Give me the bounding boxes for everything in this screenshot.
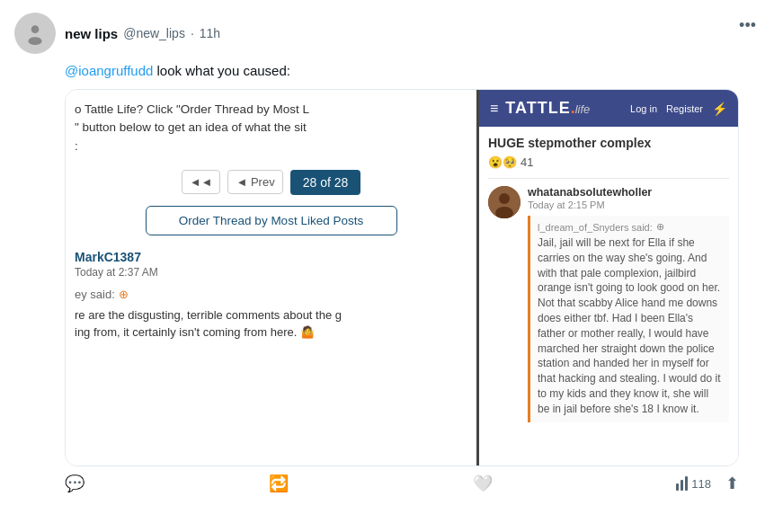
tattle-arrow-icon[interactable]: ⚡ [712,102,727,116]
like-action[interactable]: 🤍 [473,474,493,493]
skip-first-button[interactable]: ◄◄ [182,170,221,194]
stats-action[interactable]: 118 [676,476,711,491]
share-action[interactable]: ⬆ [725,474,739,493]
tweet-body-text: look what you caused: [153,63,290,78]
reaction-count: 41 [520,155,533,169]
comment-icon: 💬 [65,474,85,493]
mention-link[interactable]: @ioangruffudd [65,63,153,78]
tattle-header: ≡ TATTLE.life Log in Register ⚡ [479,90,738,127]
tattle-body: HUGE stepmother complex 😮🥺 41 [479,127,738,466]
login-button[interactable]: Log in [630,103,657,114]
tweet-header: new lips @new_lips · 11h ••• [14,13,760,54]
forum-post-text: re are the disgusting, terrible comments… [75,306,467,341]
bar-chart-icon [676,476,688,491]
order-thread-button[interactable]: Order Thread by Most Liked Posts [146,206,397,235]
tattle-panel-right: ≡ TATTLE.life Log in Register ⚡ HUGE ste… [479,90,738,466]
tattle-comment: whatanabsolutewholler Today at 2:15 PM l… [488,186,729,428]
user-info: new lips @new_lips · 11h [65,26,220,41]
pagination-row: ◄◄ ◄ Prev 28 of 28 [75,170,467,195]
tattle-nav-right: Log in Register ⚡ [630,102,727,116]
quote-block: l_dream_of_Snyders said: ⊕ Jail, jail wi… [528,216,729,422]
quote-icon: ⊕ [656,221,664,233]
quote-text: Jail, jail will be next for Ella if she … [538,235,722,417]
commenter-avatar-icon [488,186,520,218]
dot: · [191,26,194,40]
retweet-icon: 🔁 [269,474,289,493]
forum-username: MarkC1387 [75,250,467,264]
commenter-avatar [488,186,520,218]
comment-body: whatanabsolutewholler Today at 2:15 PM l… [528,186,729,428]
reaction-row: 😮🥺 41 [488,155,729,169]
like-icon: 🤍 [473,474,493,493]
forum-timestamp: Today at 2:37 AM [75,266,467,279]
more-button[interactable]: ••• [735,13,760,39]
reaction-emojis: 😮🥺 [488,155,517,169]
tattle-logo-text: TATTLE [505,99,570,118]
tattle-logo-life: life [575,102,591,116]
said-icon: ⊕ [119,288,129,301]
divider [488,178,729,179]
display-name: new lips [65,26,118,41]
username[interactable]: @new_lips [123,26,185,40]
tattle-nav-left: ≡ TATTLE.life [490,99,590,118]
retweet-action[interactable]: 🔁 [269,474,289,493]
forum-intro-text: o Tattle Life? Click "Order Thread by Mo… [75,101,467,155]
time-ago: 11h [200,26,220,40]
prev-button[interactable]: ◄ Prev [227,170,282,194]
tattle-logo: TATTLE.life [505,99,590,118]
svg-point-1 [28,37,41,45]
forum-panel-left: o Tattle Life? Click "Order Thread by Mo… [66,90,479,466]
tweet-container: new lips @new_lips · 11h ••• @ioangruffu… [0,0,774,502]
svg-point-3 [499,193,510,204]
avatar-icon [23,22,47,45]
comment-time: Today at 2:15 PM [528,200,729,210]
register-button[interactable]: Register [666,103,703,114]
tweet-text: @ioangruffudd look what you caused: [65,61,760,80]
commenter-name: whatanabsolutewholler [528,186,729,199]
avatar [14,13,56,54]
forum-said: ey said: ⊕ [75,288,467,301]
thread-title: HUGE stepmother complex [488,136,729,150]
right-actions: 118 ⬆ [676,474,739,493]
tweet-image-embed: o Tattle Life? Click "Order Thread by Mo… [65,89,739,466]
comment-action[interactable]: 💬 [65,474,85,493]
user-info-block: new lips @new_lips · 11h [65,26,220,41]
page-indicator[interactable]: 28 of 28 [290,170,361,195]
quote-author: l_dream_of_Snyders said: ⊕ [538,221,722,233]
stats-count: 118 [691,477,711,491]
svg-point-0 [31,25,40,33]
share-icon: ⬆ [725,474,739,493]
tweet-header-left: new lips @new_lips · 11h [14,13,220,54]
tweet-actions: 💬 🔁 🤍 118 ⬆ [65,466,739,502]
hamburger-icon[interactable]: ≡ [490,101,498,117]
